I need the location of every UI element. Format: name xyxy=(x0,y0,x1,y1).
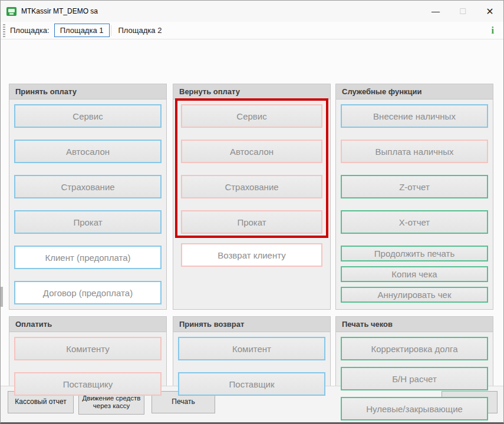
cash-payout-button[interactable]: Выплата наличных xyxy=(341,140,488,163)
group-body: КомитентуПоставщику xyxy=(9,332,166,400)
group-title: Вернуть оплату xyxy=(173,84,330,100)
app-window: MTKassir MT_DEMO sa — ☐ ✕ Площадка: Площ… xyxy=(0,0,504,424)
info-icon[interactable]: i xyxy=(492,25,494,36)
app-icon xyxy=(6,7,17,16)
title-bar: MTKassir MT_DEMO sa — ☐ ✕ xyxy=(1,1,503,22)
pay-consignor-button[interactable]: Комитенту xyxy=(14,337,162,360)
group-title: Служебные функции xyxy=(336,84,493,100)
maximize-button: ☐ xyxy=(449,1,476,22)
group-refund-payment: Вернуть оплатуСервисАвтосалонСтрахование… xyxy=(173,84,331,310)
continue-printing-button[interactable]: Продолжить печать xyxy=(341,246,488,261)
group-title: Принять возврат xyxy=(173,317,330,332)
pay-supplier-button[interactable]: Поставщику xyxy=(14,372,162,396)
refund-insurance-button[interactable]: Страхование xyxy=(181,175,322,198)
receipt-copy-button[interactable]: Копия чека xyxy=(341,266,488,282)
x-report-button[interactable]: X-отчет xyxy=(341,210,488,234)
group-accept-payment: Принять оплатуСервисАвтосалонСтрахование… xyxy=(9,84,167,310)
group-body: Внесение наличныхВыплата наличныхZ-отчет… xyxy=(336,100,493,307)
accept-service-button[interactable]: Сервис xyxy=(14,104,162,128)
group-title: Оплатить xyxy=(9,317,166,332)
accept-rental-button[interactable]: Прокат xyxy=(14,210,162,234)
group-body: Корректировка долгаБ/Н расчетНулевые/зак… xyxy=(336,332,493,424)
accept-insurance-button[interactable]: Страхование xyxy=(14,175,162,198)
cash-deposit-button[interactable]: Внесение наличных xyxy=(341,104,488,128)
tab-separator xyxy=(111,25,111,36)
main-area: Принять оплатуСервисАвтосалонСтрахование… xyxy=(1,39,503,386)
group-title: Печать чеков xyxy=(336,317,493,332)
refund-autosalon-button[interactable]: Автосалон xyxy=(181,140,322,163)
void-receipt-button[interactable]: Аннулировать чек xyxy=(341,287,488,303)
tab-site-1[interactable]: Площадка 1 xyxy=(54,24,110,37)
toolbar: Площадка: Площадка 1Площадка 2 i xyxy=(1,22,503,39)
group-title: Принять оплату xyxy=(9,84,166,100)
group-body: СервисАвтосалонСтрахованиеПрокатВозврат … xyxy=(173,100,330,271)
group-body: КомитентПоставщик xyxy=(173,332,330,400)
group-print-receipts: Печать чековКорректировка долгаБ/Н расче… xyxy=(335,316,493,423)
refund-to-client-button[interactable]: Возврат клиенту xyxy=(181,243,322,267)
window-title: MTKassir MT_DEMO sa xyxy=(21,7,98,15)
return-consignor-button[interactable]: Комитент xyxy=(178,337,325,360)
group-body: СервисАвтосалонСтрахованиеПрокатКлиент (… xyxy=(9,100,166,309)
return-supplier-button[interactable]: Поставщик xyxy=(178,372,325,396)
accept-autosalon-button[interactable]: Автосалон xyxy=(14,140,162,163)
toolbar-grip-handle[interactable] xyxy=(3,24,5,37)
cashless-payment-button[interactable]: Б/Н расчет xyxy=(341,367,488,390)
refund-service-button[interactable]: Сервис xyxy=(181,104,322,128)
close-icon[interactable]: ✕ xyxy=(476,1,503,22)
minimize-button[interactable]: — xyxy=(422,1,449,22)
site-label: Площадка: xyxy=(10,26,50,35)
debt-correction-button[interactable]: Корректировка долга xyxy=(341,337,488,360)
window-controls: — ☐ ✕ xyxy=(422,1,503,22)
site-tabs: Площадка 1Площадка 2 xyxy=(54,24,168,37)
group-service-functions: Служебные функцииВнесение наличныхВыплат… xyxy=(335,84,493,310)
zero-closing-receipts-button[interactable]: Нулевые/закрывающие xyxy=(341,397,488,420)
docked-panel-handle[interactable] xyxy=(1,287,3,307)
accept-contract-prepayment-button[interactable]: Договор (предоплата) xyxy=(14,281,162,304)
z-report-button[interactable]: Z-отчет xyxy=(341,175,488,198)
tab-site-2[interactable]: Площадка 2 xyxy=(113,24,168,37)
accept-client-prepayment-button[interactable]: Клиент (предоплата) xyxy=(14,246,162,269)
refund-rental-button[interactable]: Прокат xyxy=(181,210,322,234)
